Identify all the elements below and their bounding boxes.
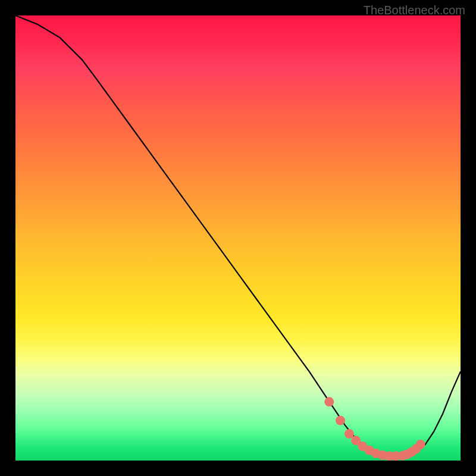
marker-dot (324, 397, 334, 406)
marker-dots-group (324, 397, 425, 461)
chart-plot-area (15, 15, 461, 461)
watermark-text: TheBottleneck.com (364, 4, 465, 17)
marker-dot (416, 440, 425, 449)
marker-dot (336, 416, 345, 425)
bottleneck-curve-line (15, 15, 461, 456)
chart-svg (15, 15, 461, 461)
